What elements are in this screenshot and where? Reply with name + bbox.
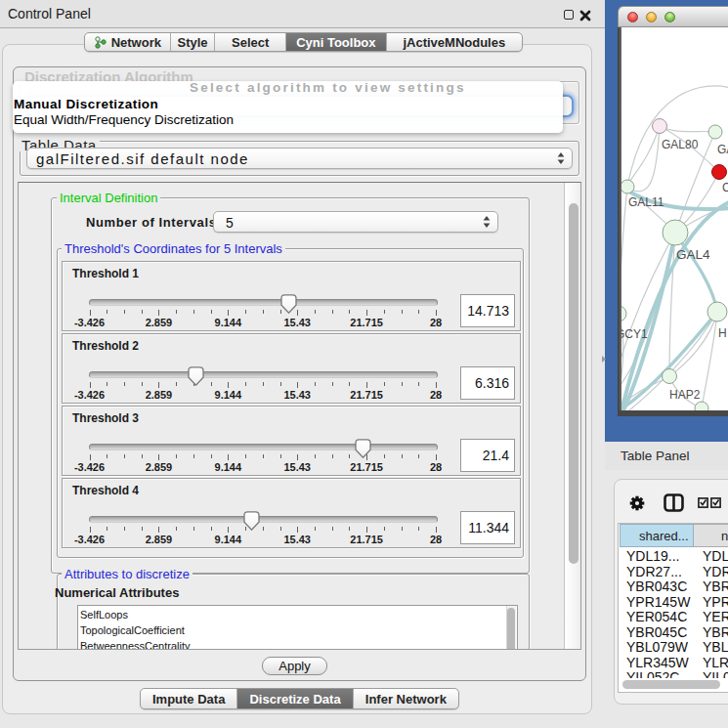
- svg-text:GAL4: GAL4: [676, 247, 710, 262]
- svg-text:GAL80: GAL80: [662, 138, 699, 151]
- svg-text:GAL11: GAL11: [628, 195, 664, 209]
- svg-text:C: C: [722, 181, 728, 194]
- svg-text:GA: GA: [717, 143, 728, 156]
- svg-text:H: H: [718, 326, 727, 340]
- svg-text:HAP2: HAP2: [669, 388, 701, 402]
- svg-text:GCY1: GCY1: [621, 327, 648, 341]
